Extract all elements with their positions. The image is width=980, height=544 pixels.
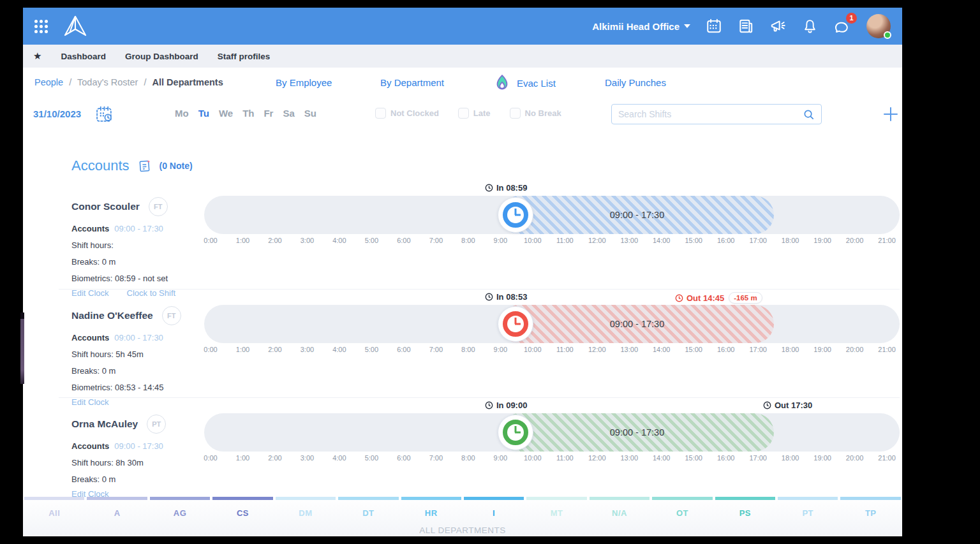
axis-tick: 15:00 [685,454,702,462]
department-color-bar [338,497,398,500]
axis-tick: 17:00 [749,237,767,244]
tab-staff-profiles[interactable]: Staff profiles [218,52,271,61]
checkbox-no-break[interactable]: No Break [510,108,561,119]
by-employee-link[interactable]: By Employee [276,77,332,88]
evac-list-link[interactable]: Evac List [494,74,556,92]
axis-tick: 21:00 [878,346,896,353]
tab-dashboard[interactable]: Dashboard [61,52,106,61]
employee-department: Accounts [71,224,109,233]
department-label: DM [299,508,312,518]
checkbox-box[interactable] [375,108,386,119]
axis-tick: 3:00 [301,237,314,244]
axis-tick: 16:00 [717,237,735,244]
shift-time: 09:00 - 17:30 [114,224,163,233]
plus-icon [882,105,900,123]
nav-bar: Dashboard Group Dashboard Staff profiles [23,45,902,68]
shift-bar-label: 09:00 - 17:30 [500,196,774,234]
clock-in-marker[interactable] [498,197,533,233]
clock-out-label: Out 17:30 [763,401,812,410]
checkbox-box[interactable] [458,108,469,119]
axis-tick: 17:00 [749,346,767,353]
announcements-icon[interactable] [769,18,787,34]
note-icon[interactable] [137,159,152,173]
add-shift-button[interactable] [882,105,900,123]
section-header: Accounts (0 Note) [71,158,193,174]
weekday-mo[interactable]: Mo [175,108,189,119]
clock-in-marker[interactable] [498,306,533,342]
employee-row-nadine-okeeffee: Nadine O'Keeffee FT Accounts09:00 - 17:3… [23,292,902,401]
department-color-bar [212,497,272,500]
clock-in-marker[interactable] [498,415,533,450]
favorite-star-icon[interactable] [33,50,41,62]
department-color-bar [150,497,210,500]
axis-tick: 13:00 [620,346,638,353]
axis-tick: 2:00 [268,346,281,353]
breadcrumb-todays-roster[interactable]: Today's Roster [77,77,138,87]
axis-tick: 7:00 [429,346,443,353]
date-value[interactable]: 31/10/2023 [33,108,81,119]
axis-tick: 20:00 [846,454,864,462]
timeline-axis: 0:001:002:003:004:005:006:007:008:009:00… [204,237,900,246]
checkbox-label: Not Clocked [390,108,439,118]
newsletter-icon[interactable] [738,18,754,34]
daily-punches-link[interactable]: Daily Punches [605,77,666,88]
employee-name[interactable]: Orna McAuley [71,418,138,430]
department-color-bar [590,497,650,500]
employee-name[interactable]: Conor Scouler [71,201,140,212]
department-label: PS [739,508,751,518]
notifications-bell-icon[interactable] [802,18,818,34]
contract-type-badge: PT [147,415,166,434]
department-label: All [48,508,60,518]
alkimii-logo-icon[interactable] [62,15,89,38]
axis-tick: 11:00 [556,454,574,462]
message-count-badge: 1 [846,13,857,24]
calendar-clock-icon[interactable] [94,105,114,124]
checkbox-late[interactable]: Late [458,108,491,119]
section-title[interactable]: Accounts [71,158,130,174]
axis-tick: 21:00 [878,237,896,244]
tab-group-dashboard[interactable]: Group Dashboard [125,52,198,61]
department-color-bar [840,497,900,500]
weekday-su[interactable]: Su [304,108,316,119]
breadcrumb-all-departments: All Departments [152,77,223,87]
apps-grid-icon[interactable] [34,20,48,33]
clock-in-label: In 08:59 [485,183,527,193]
messages-icon[interactable]: 1 [833,18,851,35]
breadcrumb-people[interactable]: People [34,77,63,87]
checkbox-not-clocked[interactable]: Not Clocked [375,108,439,119]
shift-hours: Shift hours: [71,237,221,254]
by-department-link[interactable]: By Department [380,77,444,88]
axis-tick: 6:00 [397,346,410,353]
note-count[interactable]: (0 Note) [160,161,193,171]
weekday-tu[interactable]: Tu [198,108,209,119]
department-color-bar [652,497,712,500]
search-input[interactable] [618,109,803,119]
axis-tick: 18:00 [782,454,799,462]
axis-tick: 1:00 [236,346,249,353]
search-icon[interactable] [803,108,815,121]
checkbox-box[interactable] [510,108,521,119]
weekday-selector: MoTuWeThFrSaSu [175,108,316,119]
office-selector[interactable]: Alkimii Head Office [592,21,690,32]
axis-tick: 1:00 [236,454,249,462]
weekday-th[interactable]: Th [242,108,254,119]
contract-type-badge: FT [149,197,168,216]
breadcrumb-row: People / Today's Roster / All Department… [23,68,902,99]
user-avatar[interactable] [866,14,891,38]
axis-tick: 10:00 [524,454,542,462]
employee-name[interactable]: Nadine O'Keeffee [71,310,153,321]
early-out-delta-badge: -165 m [729,292,762,304]
axis-tick: 11:00 [556,237,574,244]
axis-tick: 8:00 [461,237,475,244]
weekday-we[interactable]: We [219,108,233,119]
department-label: HR [425,508,438,518]
weekday-fr[interactable]: Fr [264,108,273,119]
department-color-bar [276,497,336,500]
calendar-icon[interactable] [706,18,722,34]
chevron-down-icon [684,24,690,28]
search-shifts-box [611,104,822,124]
axis-tick: 20:00 [846,237,864,244]
axis-tick: 18:00 [782,237,799,244]
shift-bar-label: 09:00 - 17:30 [500,305,774,343]
weekday-sa[interactable]: Sa [283,108,294,119]
